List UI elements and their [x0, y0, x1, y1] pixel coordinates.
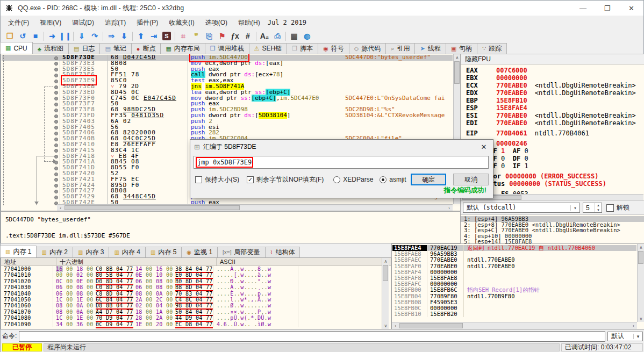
breakpoint-gutter[interactable] — [2, 72, 60, 78]
breakpoint-dot[interactable] — [54, 167, 58, 170]
byte-group[interactable]: 18 00 1A 00 — [133, 309, 173, 315]
byte-group[interactable]: 28 00 2A 00 — [133, 315, 173, 321]
byte-group[interactable]: C0 8D 04 77 — [93, 284, 133, 290]
hide-fpu-button[interactable]: 隐藏FPU — [465, 55, 491, 64]
run-to-cursor-icon[interactable]: ⇒ — [105, 31, 118, 41]
menu-item[interactable]: 调试(D) — [67, 18, 99, 27]
byte-group[interactable]: 16 00 18 00 — [53, 266, 93, 272]
comment-cell[interactable] — [342, 125, 453, 131]
comment-cell[interactable] — [342, 72, 453, 78]
comment-cell[interactable] — [342, 119, 453, 125]
breakpoint-gutter[interactable] — [2, 142, 60, 148]
tab-结构体[interactable]: ⌇结构体 — [265, 247, 300, 257]
breakpoint-gutter[interactable] — [2, 55, 60, 61]
byte-group[interactable]: 34 00 36 00 — [53, 321, 93, 327]
spin-up-icon[interactable]: ▲ — [595, 203, 602, 208]
breakpoint-dot[interactable] — [54, 74, 58, 77]
byte-group[interactable]: 38 84 04 77 — [173, 266, 212, 272]
scroll-down-icon[interactable]: ∨ — [382, 322, 389, 329]
breakpoint-gutter[interactable] — [2, 84, 60, 90]
comment-cell[interactable] — [342, 61, 453, 67]
breakpoint-gutter[interactable] — [2, 67, 60, 73]
tab-SEH链[interactable]: ⚠SEH链 — [249, 43, 288, 54]
breakpoint-dot[interactable] — [54, 80, 58, 83]
breakpoint-dot[interactable] — [54, 155, 58, 159]
stack-vscrollbar[interactable]: ∧ ∨ — [637, 244, 644, 322]
byte-group[interactable]: 50 84 04 77 — [173, 309, 212, 315]
restart-icon[interactable]: ↺ — [16, 31, 29, 41]
command-type-select[interactable]: 默认 ▾ — [607, 332, 643, 341]
tab-内存 5[interactable]: ▥内存 5 — [145, 247, 182, 257]
tickets-icon[interactable]: ⎘ — [203, 31, 216, 41]
byte-group[interactable]: 0C 00 0E 00 — [53, 278, 93, 284]
scroll-right-icon[interactable]: › — [630, 322, 637, 329]
memory-row[interactable]: 7704107008 00 0A 00A4 D7 04 7718 00 1A 0… — [1, 309, 391, 315]
scroll-down-icon[interactable]: ∨ — [638, 315, 644, 322]
stack-row[interactable]: 15E8FAF815E8FAE8 — [392, 275, 636, 281]
breakpoint-gutter[interactable] — [2, 200, 60, 206]
byte-group[interactable]: 06 00 08 00 — [53, 291, 93, 297]
breakpoint-gutter[interactable] — [2, 148, 60, 154]
menu-item[interactable]: 视图(V) — [34, 18, 67, 27]
scroll-thumb[interactable] — [399, 323, 463, 328]
maximize-button[interactable]: ❐ — [595, 1, 619, 16]
breakpoint-dot[interactable] — [54, 132, 58, 135]
memory-row[interactable]: 770410200C 00 0E 00D0 8D 04 7706 00 08 0… — [1, 278, 391, 284]
breakpoint-gutter[interactable] — [2, 165, 60, 171]
tab-源代码[interactable]: ◇源代码 — [349, 43, 386, 54]
memory-row[interactable]: 770410801C 00 1E 0070 D9 04 7728 00 2A 0… — [1, 315, 391, 321]
menu-item[interactable]: 选项(O) — [200, 18, 233, 27]
byte-group[interactable]: 06 00 08 00 — [133, 284, 173, 290]
tab-句柄[interactable]: ▣句柄 — [446, 43, 477, 54]
hash-icon[interactable]: # — [241, 31, 254, 41]
comment-cell[interactable]: 5DC2BD98:L"%s" — [342, 107, 453, 113]
breakpoint-dot[interactable] — [54, 190, 58, 193]
bytes-cell[interactable]: 8D55 F0 — [107, 165, 188, 171]
stack-row[interactable]: 15E8FB04770B9F80ntdll.770B9F80 — [392, 293, 636, 299]
breakpoint-dot[interactable] — [54, 138, 58, 141]
register-row[interactable]: EBX00000000 — [466, 74, 644, 82]
scroll-left-icon[interactable]: ‹ — [57, 205, 64, 211]
stack-hscrollbar[interactable]: ‹ › — [392, 322, 637, 329]
breakpoint-dot[interactable] — [54, 196, 58, 199]
breakpoint-gutter[interactable] — [2, 136, 60, 142]
breakpoint-gutter[interactable] — [2, 188, 60, 194]
breakpoint-dot[interactable] — [54, 103, 58, 106]
breakpoint-dot[interactable] — [54, 62, 58, 66]
tab-局部变量[interactable]: [x=]局部变量 — [217, 247, 265, 257]
device-icon[interactable]: ⎙ — [271, 31, 284, 41]
minimize-button[interactable]: — — [571, 1, 595, 16]
breakpoint-gutter[interactable] — [2, 61, 60, 67]
breakpoint-gutter[interactable] — [2, 183, 60, 189]
byte-group[interactable]: 6C 84 04 77 — [93, 297, 133, 303]
favourites-icon[interactable]: ⚑ — [216, 31, 228, 41]
breakpoint-dot[interactable] — [54, 85, 58, 89]
breakpoint-dot[interactable] — [54, 120, 58, 124]
tab-内存 3[interactable]: ▥内存 3 — [73, 247, 109, 257]
step-out-icon[interactable]: ⬇ — [118, 31, 131, 41]
scroll-thumb[interactable] — [638, 251, 643, 264]
breakpoint-dot[interactable] — [54, 178, 58, 182]
byte-group[interactable]: C8 8D 04 77 — [93, 291, 133, 297]
open-folder-icon[interactable]: ❒ — [3, 31, 16, 41]
nop-fill-checkbox[interactable]: ✓ 剩余字节以NOP填充(F) — [247, 175, 324, 184]
register-row[interactable]: EBP15E8FB10 — [466, 97, 644, 104]
stack-row[interactable]: 15E8FB08F45905E3 — [392, 299, 636, 305]
breakpoint-dot[interactable] — [54, 143, 58, 147]
stack-row[interactable]: 15E8FB1015E8FB20 — [392, 311, 636, 317]
byte-group[interactable]: 1C 00 1E 00 — [53, 315, 93, 321]
byte-group[interactable]: E0 8D 04 77 — [173, 272, 212, 278]
calculator-icon[interactable]: ▦ — [288, 31, 300, 41]
disasm-hscrollbar[interactable]: ‹ › — [57, 204, 453, 211]
byte-group[interactable]: D0 8D 04 77 — [93, 278, 133, 284]
memory-row[interactable]: 7704106008 00 0A 00D8 8B 04 7702 00 04 0… — [1, 303, 391, 308]
scroll-right-icon[interactable]: › — [446, 205, 453, 211]
tab-内存布局[interactable]: ▦内存布局 — [160, 43, 205, 54]
pause-icon[interactable]: ❙❙ — [59, 31, 71, 41]
tab-CPU[interactable]: ▦CPU — [0, 42, 33, 54]
run-to-user-code-icon[interactable]: ⇥ — [147, 31, 160, 41]
tab-日志[interactable]: ▤日志 — [68, 43, 100, 54]
breakpoint-dot[interactable] — [54, 97, 58, 100]
scroll-thumb[interactable] — [454, 61, 460, 84]
memory-row[interactable]: 7704104006 00 08 00C8 8D 04 7708 00 0A 0… — [1, 291, 391, 297]
